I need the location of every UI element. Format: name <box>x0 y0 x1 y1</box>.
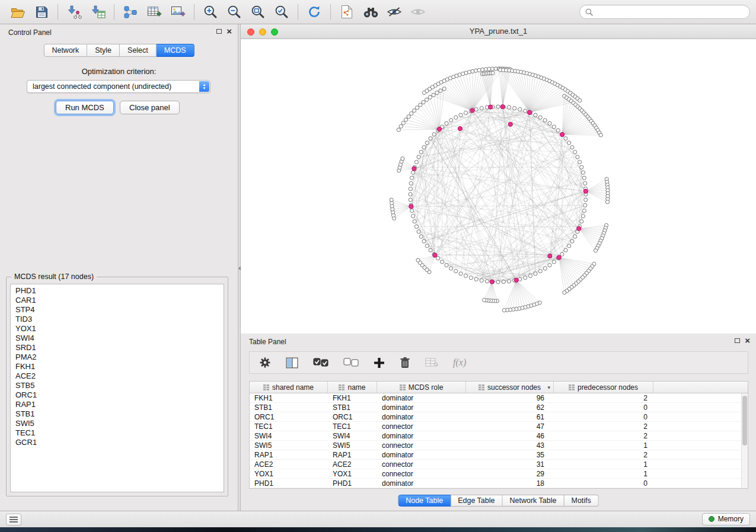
find-button[interactable] <box>359 2 382 22</box>
table-settings-button[interactable] <box>259 357 271 368</box>
float-panel-icon[interactable] <box>216 29 222 34</box>
table-cell[interactable]: 31 <box>466 460 554 469</box>
show-graphics-details-button[interactable] <box>406 2 430 22</box>
table-cell[interactable]: 2 <box>554 450 653 459</box>
table-cell[interactable]: 62 <box>466 403 554 412</box>
table-cell[interactable]: 1 <box>554 460 653 469</box>
open-session-button[interactable] <box>6 2 30 22</box>
sort-caret-icon[interactable]: ▾ <box>547 384 550 390</box>
hide-graphics-details-button[interactable] <box>382 2 406 22</box>
table-cell[interactable]: 0 <box>554 479 653 488</box>
table-row[interactable]: YOX1YOX1connector291 <box>250 469 748 479</box>
table-cell[interactable]: dominator <box>377 403 466 412</box>
table-cell[interactable]: SWI5 <box>250 441 328 450</box>
table-cell[interactable]: SWI4 <box>250 431 328 440</box>
table-cell[interactable]: 29 <box>466 469 554 478</box>
network-canvas[interactable] <box>241 39 756 334</box>
table-cell[interactable]: FKH1 <box>250 393 328 402</box>
mcds-result-item[interactable]: SWI5 <box>11 419 224 428</box>
table-row[interactable]: SWI5SWI5connector431 <box>250 441 748 450</box>
table-row[interactable]: ORC1ORC1dominator610 <box>250 412 748 422</box>
table-cell[interactable]: 96 <box>466 393 554 402</box>
tab-select[interactable]: Select <box>120 44 157 57</box>
table-cell[interactable]: 61 <box>466 412 554 421</box>
close-panel-button[interactable]: Close panel <box>120 101 180 114</box>
new-network-button[interactable] <box>119 2 142 22</box>
table-cell[interactable]: 1 <box>554 469 653 478</box>
table-cell[interactable]: 47 <box>466 422 554 431</box>
table-cell[interactable]: ACE2 <box>328 460 377 469</box>
mcds-result-item[interactable]: RAP1 <box>11 400 224 409</box>
deselect-all-button[interactable] <box>343 358 359 367</box>
column-header-shared-name[interactable]: shared name <box>250 382 328 393</box>
mcds-result-item[interactable]: STB5 <box>11 381 224 390</box>
tab-node-table[interactable]: Node Table <box>398 495 451 507</box>
mcds-result-item[interactable]: PHD1 <box>11 286 224 296</box>
mcds-result-item[interactable]: CAR1 <box>11 296 224 305</box>
table-cell[interactable]: 43 <box>466 441 554 450</box>
close-table-panel-icon[interactable]: × <box>745 337 750 344</box>
column-header-name[interactable]: name <box>328 382 377 393</box>
table-cell[interactable]: 2 <box>554 422 653 431</box>
table-cell[interactable]: 2 <box>554 431 653 440</box>
table-row[interactable]: STB1STB1dominator620 <box>250 403 748 412</box>
table-cell[interactable]: PHD1 <box>250 479 328 488</box>
search-box[interactable] <box>579 5 750 19</box>
run-mcds-button[interactable]: Run MCDS <box>56 101 114 114</box>
table-cell[interactable]: connector <box>377 460 466 469</box>
mcds-result-item[interactable]: STB1 <box>11 409 224 419</box>
table-row[interactable]: FKH1FKH1dominator962 <box>250 393 748 403</box>
table-cell[interactable]: SWI4 <box>328 431 377 440</box>
table-cell[interactable]: 35 <box>466 450 554 459</box>
table-cell[interactable]: dominator <box>377 412 466 421</box>
delete-column-button[interactable] <box>400 357 410 368</box>
delete-table-button[interactable] <box>425 358 438 367</box>
save-session-button[interactable] <box>30 2 53 22</box>
mcds-result-item[interactable]: SWI4 <box>11 334 224 343</box>
table-cell[interactable]: 0 <box>554 403 653 412</box>
table-cell[interactable]: RAP1 <box>250 450 328 459</box>
new-table-button[interactable] <box>142 2 166 22</box>
mcds-result-item[interactable]: STP4 <box>11 305 224 315</box>
table-cell[interactable]: connector <box>377 422 466 431</box>
zoom-selected-button[interactable] <box>270 2 294 22</box>
table-cell[interactable]: STB1 <box>250 403 328 412</box>
table-cell[interactable]: dominator <box>377 479 466 488</box>
table-row[interactable]: RAP1RAP1dominator352 <box>250 450 748 460</box>
table-cell[interactable]: 18 <box>466 479 554 488</box>
table-cell[interactable]: YOX1 <box>328 469 377 478</box>
table-cell[interactable]: ORC1 <box>250 412 328 421</box>
table-cell[interactable]: YOX1 <box>250 469 328 478</box>
mcds-result-item[interactable]: ACE2 <box>11 371 224 381</box>
table-cell[interactable]: dominator <box>377 393 466 402</box>
show-columns-button[interactable] <box>286 357 298 368</box>
tab-style[interactable]: Style <box>87 44 120 57</box>
float-table-panel-icon[interactable] <box>735 338 740 343</box>
mcds-result-item[interactable]: YOX1 <box>11 324 224 334</box>
column-header-successor-nodes[interactable]: successor nodes▾ <box>466 382 554 393</box>
table-cell[interactable]: connector <box>377 469 466 478</box>
table-cell[interactable]: SWI5 <box>328 441 377 450</box>
mcds-result-item[interactable]: ORC1 <box>11 390 224 400</box>
zoom-out-button[interactable] <box>222 2 246 22</box>
tab-network-table[interactable]: Network Table <box>503 495 564 507</box>
table-cell[interactable]: FKH1 <box>328 393 377 402</box>
network-window-titlebar[interactable]: YPA_prune.txt_1 <box>241 24 756 39</box>
table-cell[interactable]: 46 <box>466 431 554 440</box>
import-network-button[interactable] <box>62 2 86 22</box>
tab-edge-table[interactable]: Edge Table <box>451 495 502 507</box>
table-cell[interactable]: TEC1 <box>250 422 328 431</box>
table-cell[interactable]: connector <box>377 441 466 450</box>
table-cell[interactable]: dominator <box>377 450 466 459</box>
add-column-button[interactable] <box>374 357 385 368</box>
zoom-in-button[interactable] <box>199 2 222 22</box>
table-cell[interactable]: ACE2 <box>250 460 328 469</box>
table-cell[interactable]: dominator <box>377 431 466 440</box>
mcds-result-item[interactable]: TEC1 <box>11 428 224 438</box>
table-cell[interactable]: RAP1 <box>328 450 377 459</box>
import-table-button[interactable] <box>86 2 110 22</box>
select-all-button[interactable] <box>313 358 328 367</box>
table-row[interactable]: PHD1PHD1dominator180 <box>250 479 748 488</box>
table-row[interactable]: SWI4SWI4dominator462 <box>250 431 748 441</box>
table-cell[interactable]: 1 <box>554 441 653 450</box>
